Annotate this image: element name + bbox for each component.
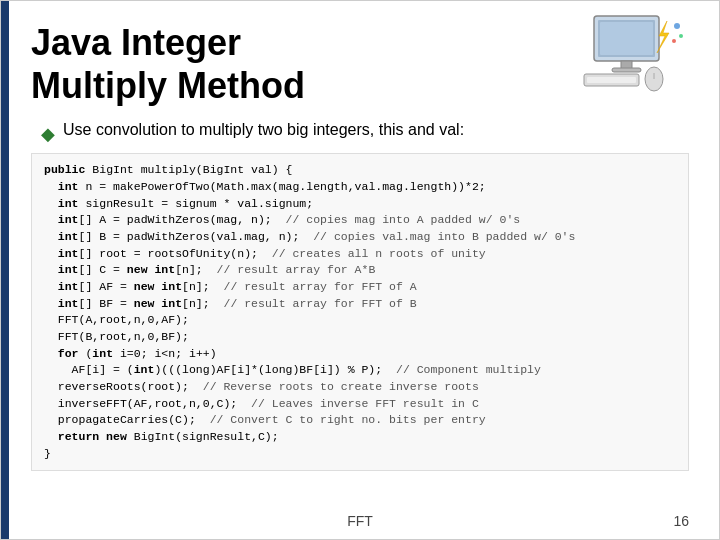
footer: FFT 16 xyxy=(1,513,719,529)
svg-rect-2 xyxy=(600,22,653,55)
title-block: Java Integer Multiply Method xyxy=(31,21,579,111)
bullet-diamond-icon: ◆ xyxy=(41,123,55,145)
footer-label: FFT xyxy=(1,513,719,529)
svg-rect-4 xyxy=(612,68,641,72)
svg-point-10 xyxy=(674,23,680,29)
title-line2: Multiply Method xyxy=(31,65,305,106)
svg-point-11 xyxy=(679,34,683,38)
footer-page: 16 xyxy=(673,513,689,529)
subtitle-bullet: ◆ Use convolution to multiply two big in… xyxy=(41,121,689,145)
subtitle-text: Use convolution to multiply two big inte… xyxy=(63,121,464,139)
svg-point-12 xyxy=(672,39,676,43)
slide-container: Java Integer Multiply Method xyxy=(0,0,720,540)
header-area: Java Integer Multiply Method xyxy=(31,21,689,111)
title-line1: Java Integer xyxy=(31,22,241,63)
svg-rect-6 xyxy=(587,77,636,83)
left-bar xyxy=(1,1,9,539)
code-block: public BigInt multiply(BigInt val) { int… xyxy=(31,153,689,471)
computer-icon xyxy=(579,11,689,101)
slide-title: Java Integer Multiply Method xyxy=(31,21,579,107)
